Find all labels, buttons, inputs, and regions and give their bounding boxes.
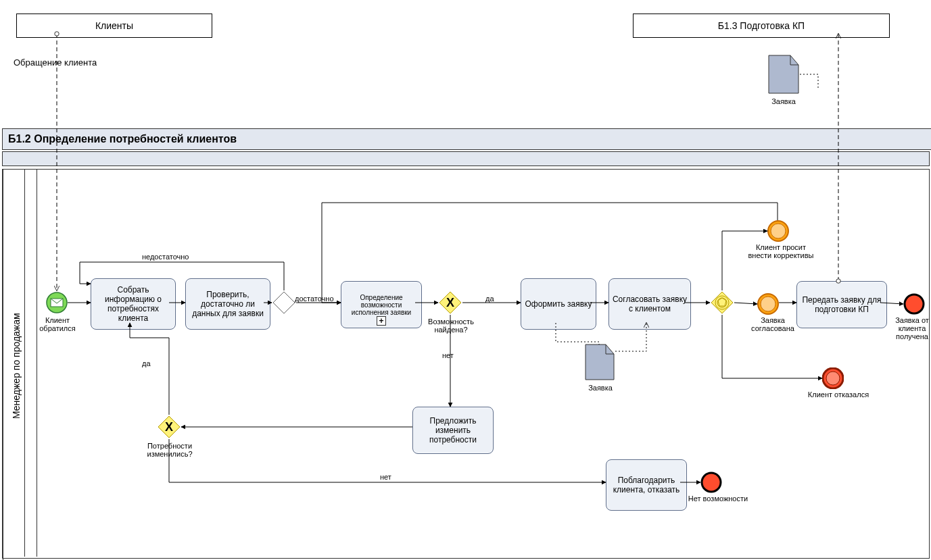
participant-prepare-kp-label: Б1.3 Подготовка КП: [718, 20, 805, 31]
svg-marker-6: [711, 292, 733, 313]
svg-marker-3: [273, 292, 295, 313]
task-form-label: Оформить заявку: [525, 299, 592, 309]
task-propose[interactable]: Предложить изменить потребности: [412, 407, 494, 454]
event-refused-label: Клиент отказался: [805, 390, 872, 399]
participant-clients-label: Клиенты: [95, 20, 133, 31]
svg-point-13: [761, 297, 775, 311]
lane-label-text: Менеджер по продажам: [11, 313, 22, 419]
end-event-no-possibility[interactable]: [700, 472, 722, 493]
participant-prepare-kp[interactable]: Б1.3 Подготовка КП: [633, 14, 890, 38]
svg-point-11: [771, 224, 786, 238]
bpmn-canvas: Клиенты Б1.3 Подготовка КП Заявка Б1.2 О…: [0, 0, 931, 560]
lane-label: Менеджер по продажам: [3, 170, 29, 560]
task-collect[interactable]: Собрать информацию о потребностях клиент…: [91, 278, 176, 330]
end-event-received[interactable]: [903, 293, 925, 315]
event-corrections-label: Клиент просит внести коррективы: [744, 243, 818, 259]
data-object-request-mid: [584, 343, 615, 381]
task-transfer[interactable]: Передать заявку для подготовки КП: [796, 281, 887, 328]
edge-enough-label: достаточно: [295, 295, 334, 303]
task-form[interactable]: Оформить заявку: [521, 278, 596, 330]
task-agree-label: Согласовать заявку с клиентом: [612, 295, 688, 313]
end-event-no-possibility-label: Нет возможности: [684, 494, 752, 503]
svg-text:X: X: [165, 420, 173, 434]
end-event-received-label: Заявка от клиента получена: [888, 316, 931, 340]
svg-marker-0: [769, 55, 798, 93]
data-object-request-top: [767, 54, 800, 95]
message-client-request-label: Обращение клиента: [14, 58, 97, 68]
gateway-enough[interactable]: [272, 290, 296, 315]
data-object-request-mid-label: Заявка: [580, 384, 621, 392]
task-transfer-label: Передать заявку для подготовки КП: [800, 295, 884, 314]
task-propose-label: Предложить изменить потребности: [416, 416, 490, 444]
gateway-possibility[interactable]: X: [438, 290, 462, 315]
pool-sub-bar: [2, 151, 930, 166]
task-check-label: Проверить, достаточно ли данных для заяв…: [189, 290, 267, 318]
edge-not-enough-label: недостаточно: [142, 253, 189, 261]
gateway-possibility-label: Возможность найдена?: [427, 317, 475, 334]
svg-text:X: X: [446, 296, 454, 309]
start-event[interactable]: [46, 292, 68, 313]
gateway-event-based[interactable]: [710, 290, 734, 315]
participant-clients[interactable]: Клиенты: [16, 14, 212, 38]
pool-body: [2, 169, 930, 559]
svg-marker-20: [586, 345, 614, 380]
event-agreed[interactable]: [757, 293, 779, 315]
pool-title: Б1.2 Определение потребностей клиентов: [8, 133, 237, 145]
task-thank-label: Поблагодарить клиента, отказать: [609, 476, 684, 494]
gateway-needs-changed[interactable]: X: [157, 415, 181, 439]
edge-yes2-label: да: [142, 359, 151, 367]
pool-header: Б1.2 Определение потребностей клиентов: [2, 128, 931, 150]
subprocess-marker-icon: +: [377, 316, 386, 326]
edge-yes1-label: да: [485, 295, 494, 303]
data-object-request-top-label: Заявка: [763, 97, 805, 105]
task-check[interactable]: Проверить, достаточно ли данных для заяв…: [185, 278, 270, 330]
lane-separator-2: [37, 170, 37, 557]
svg-point-16: [905, 295, 924, 313]
event-corrections[interactable]: [767, 220, 789, 242]
edge-no2-label: нет: [380, 473, 391, 481]
svg-point-19: [702, 473, 721, 492]
edge-no1-label: нет: [442, 351, 454, 359]
event-refused[interactable]: [822, 367, 844, 389]
task-thank[interactable]: Поблагодарить клиента, отказать: [606, 459, 687, 511]
task-collect-label: Собрать информацию о потребностях клиент…: [94, 285, 172, 323]
event-agreed-label: Заявка согласована: [749, 316, 796, 332]
task-agree[interactable]: Согласовать заявку с клиентом: [608, 278, 691, 330]
task-determine-label: Определение возможности исполнения заявк…: [344, 294, 419, 316]
gateway-needs-changed-label: Потребности изменились?: [145, 442, 195, 458]
start-event-label: Клиент обратился: [37, 316, 78, 332]
lane-separator-1: [24, 170, 25, 557]
svg-point-15: [826, 372, 840, 385]
task-determine[interactable]: Определение возможности исполнения заявк…: [341, 281, 422, 328]
